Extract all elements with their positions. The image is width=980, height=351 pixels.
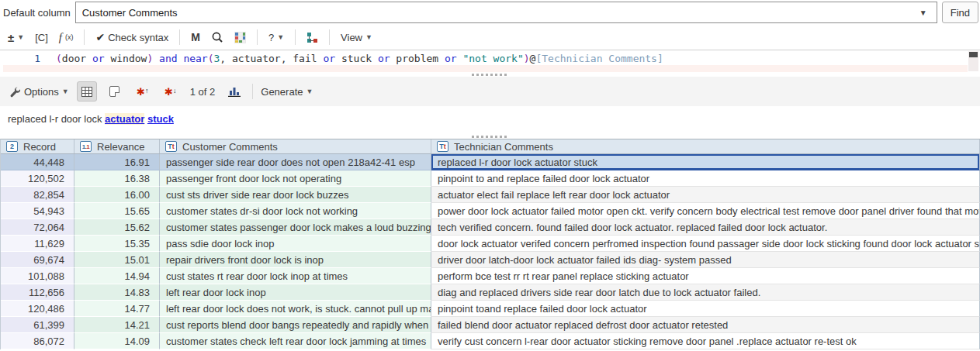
chevron-down-icon: ▼ — [17, 33, 24, 41]
code-token: ( — [208, 53, 214, 64]
customer-comments-cell[interactable]: repair drivers front door lock is inop — [160, 252, 431, 268]
technician-comments-cell[interactable]: tech verified concern. found failed door… — [431, 219, 980, 236]
code-token: "not work" — [462, 53, 523, 64]
table-icon — [81, 87, 92, 97]
technician-comments-cell[interactable]: diag and replaced drivers side rear door… — [431, 284, 980, 301]
record-cell[interactable]: 82,854 — [1, 187, 74, 203]
chevron-down-icon: ▼ — [306, 88, 313, 95]
find-button[interactable]: Find — [942, 2, 978, 23]
customer-comments-cell[interactable]: pass sdie door lock inop — [160, 236, 431, 252]
hit-term[interactable]: actuator — [105, 113, 144, 125]
relevance-cell[interactable]: 16.38 — [74, 170, 160, 187]
relevance-cell[interactable]: 14.94 — [74, 268, 160, 284]
customer-comments-cell[interactable]: passenger side rear door does not open 2… — [160, 154, 431, 170]
relevance-cell[interactable]: 15.35 — [74, 236, 160, 252]
insert-operator-button[interactable]: ± ▼ — [8, 31, 24, 44]
record-cell[interactable]: 120,486 — [1, 301, 74, 317]
technician-comments-cell[interactable]: verify cust concern l-rear door actuator… — [431, 333, 980, 349]
search-button[interactable] — [211, 31, 223, 43]
technician-comments-cell[interactable]: door lock actuator verifed concern perfr… — [431, 236, 980, 252]
table-view-button[interactable] — [77, 81, 97, 102]
column-header-technician-comments[interactable]: Tt Technician Comments — [431, 139, 980, 153]
relevance-cell[interactable]: 15.65 — [74, 203, 160, 219]
technician-comments-cell[interactable]: perform bce test rr rt rear panel replac… — [431, 268, 980, 284]
default-column-value: Customer Comments — [82, 7, 919, 19]
customer-comments-cell[interactable]: customer states check left rear door loc… — [160, 333, 431, 349]
options-menu-button[interactable]: Options ▼ — [9, 86, 69, 98]
check-syntax-button[interactable]: ✔ Check syntax — [95, 31, 168, 43]
record-cell[interactable]: 112,656 — [1, 284, 74, 301]
separator — [252, 84, 253, 99]
record-cell[interactable]: 72,064 — [1, 219, 74, 236]
editor-scrollbar[interactable] — [968, 51, 978, 71]
table-row: 72,06415.62customer states passenger doo… — [1, 219, 980, 236]
relevance-cell[interactable]: 14.21 — [74, 317, 160, 333]
table-row: 44,44816.91passenger side rear door does… — [1, 154, 980, 170]
code-token: problem — [390, 53, 445, 64]
customer-comments-cell[interactable]: left rear door lock does not work, is st… — [160, 301, 431, 317]
customer-comments-cell[interactable]: cust reports blend door bangs repeatedly… — [160, 317, 431, 333]
record-cell[interactable]: 86,072 — [1, 333, 74, 349]
function-button[interactable]: f(x) — [59, 31, 74, 44]
document-view-button[interactable] — [105, 81, 125, 102]
query-editor[interactable]: 1 (door or window) and near(3, actuator,… — [0, 50, 980, 72]
customer-comments-cell[interactable]: customer states dr-si door lock not work… — [160, 203, 431, 219]
technician-comments-cell[interactable]: actuator elect fail replace left rear do… — [431, 187, 980, 203]
editor-current-line-strip — [3, 65, 968, 72]
code-token — [153, 53, 159, 64]
hierarchy-button[interactable] — [306, 32, 318, 43]
editor-scrollbar-thumb[interactable] — [969, 52, 978, 57]
customer-comments-cell[interactable]: cust states rt rear door lock inop at ti… — [160, 268, 431, 284]
code-token: and — [159, 53, 177, 64]
hit-up-icon: ✱↑ — [137, 86, 148, 98]
chevron-down-icon[interactable]: ▼ — [919, 9, 927, 17]
view-menu-button[interactable]: View ▼ — [341, 32, 372, 43]
table-row: 82,85416.00cust sts driver side rear doo… — [1, 187, 980, 203]
record-cell[interactable]: 11,629 — [1, 236, 74, 252]
column-header-record[interactable]: 2 Record — [1, 139, 74, 153]
match-case-button[interactable]: M — [191, 31, 200, 43]
customer-comments-cell[interactable]: passenger front door lock not operating — [160, 170, 431, 187]
relevance-cell[interactable]: 14.83 — [74, 284, 160, 301]
hit-term[interactable]: stuck — [147, 113, 174, 125]
next-hit-button[interactable]: ✱↓ — [161, 81, 181, 102]
code-token: ( — [56, 53, 62, 64]
technician-comments-cell[interactable]: pinpoint toand replace failed door lock … — [431, 301, 980, 317]
record-cell[interactable]: 44,448 — [1, 154, 74, 170]
technician-comments-cell[interactable]: failed blend door actuator replaced defr… — [431, 317, 980, 333]
view-label: View — [341, 32, 362, 43]
relevance-cell[interactable]: 16.91 — [74, 154, 160, 170]
customer-comments-cell[interactable]: cust sts driver side rear door lock buzz… — [160, 187, 431, 203]
chart-button[interactable] — [224, 81, 244, 102]
code-line-content[interactable]: (door or window) and near(3, actuator, f… — [56, 53, 964, 64]
relevance-cell[interactable]: 16.00 — [74, 187, 160, 203]
customer-comments-cell[interactable]: left rear door lock inop — [160, 284, 431, 301]
code-token: or — [323, 53, 335, 64]
relevance-cell[interactable]: 14.09 — [74, 333, 160, 349]
previous-hit-button[interactable]: ✱↑ — [133, 81, 153, 102]
column-header-relevance[interactable]: 1.1 Relevance — [74, 139, 160, 153]
record-cell[interactable]: 69,674 — [1, 252, 74, 268]
column-label: Customer Comments — [182, 141, 278, 153]
help-button[interactable]: ? ▼ — [268, 32, 284, 43]
query-toolbar: ± ▼ [C] f(x) ✔ Check syntax M ? ▼ View ▼ — [0, 25, 980, 50]
find-bar: Default column Customer Comments ▼ Find — [0, 0, 980, 25]
generate-menu-button[interactable]: Generate ▼ — [261, 86, 313, 98]
record-cell[interactable]: 61,399 — [1, 317, 74, 333]
record-cell[interactable]: 54,943 — [1, 203, 74, 219]
technician-comments-cell[interactable]: driver door latch-door lock actuator fai… — [431, 252, 980, 268]
column-label: Technician Comments — [454, 141, 553, 153]
relevance-cell[interactable]: 15.62 — [74, 219, 160, 236]
record-cell[interactable]: 120,502 — [1, 170, 74, 187]
record-cell[interactable]: 101,088 — [1, 268, 74, 284]
column-reference-button[interactable]: [C] — [35, 32, 48, 43]
relevance-cell[interactable]: 14.77 — [74, 301, 160, 317]
customer-comments-cell[interactable]: customer states passenger door lock make… — [160, 219, 431, 236]
color-map-button[interactable] — [234, 32, 246, 43]
relevance-cell[interactable]: 15.01 — [74, 252, 160, 268]
technician-comments-cell[interactable]: power door lock actuator failed motor op… — [431, 203, 980, 219]
technician-comments-cell[interactable]: replaced l-r door lock actuator stuck — [431, 154, 980, 170]
technician-comments-cell[interactable]: pinpoint to and replace failed door lock… — [431, 170, 980, 187]
default-column-combobox[interactable]: Customer Comments ▼ — [75, 2, 937, 23]
column-header-customer-comments[interactable]: Tt Customer Comments — [160, 139, 431, 153]
